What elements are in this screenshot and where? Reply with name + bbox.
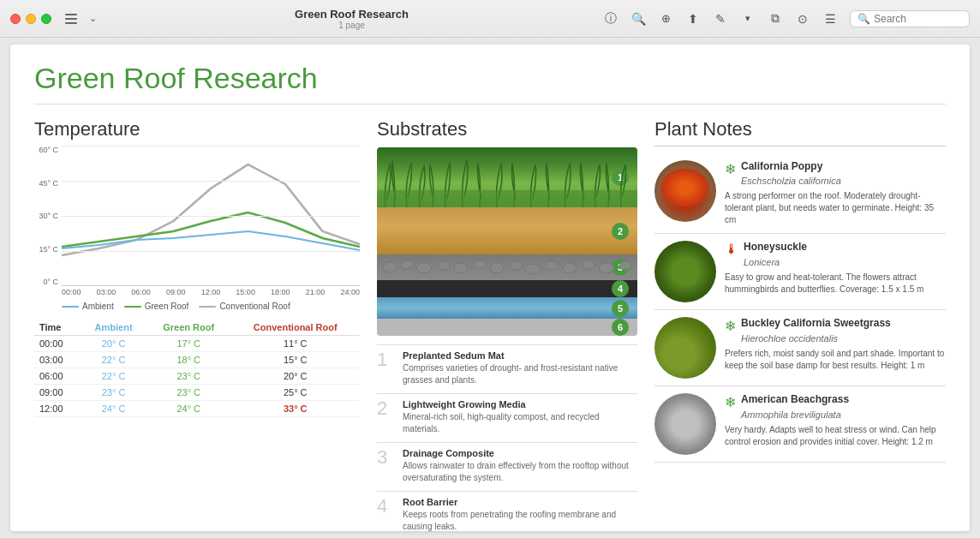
plant-description: Prefers rich, moist sandy soil and part … (725, 348, 946, 372)
substrate-list-item: 1 Preplanted Sedum Mat Comprises varieti… (377, 344, 637, 386)
y-axis: 0° C 15° C 30° C 45° C 60° C (34, 146, 58, 286)
ambient-cell: 20° C (81, 336, 146, 352)
chevron-down-icon[interactable]: ▾ (740, 11, 756, 27)
plant-photo (654, 241, 716, 302)
substrate-number: 2 (377, 399, 394, 435)
substrate-layer-2: 2 (377, 207, 637, 254)
col-header-conventional: Conventional Roof (231, 320, 361, 336)
svg-rect-0 (377, 190, 637, 207)
plant-name-block: American Beachgrass Ammophila breviligul… (741, 393, 849, 421)
conventional-legend-label: Conventional Roof (219, 302, 290, 311)
col-header-greenroof: Green Roof (146, 320, 231, 336)
greenroof-cell: 23° C (146, 385, 231, 401)
window-icon[interactable]: ⧉ (768, 11, 783, 27)
close-button[interactable] (10, 14, 21, 24)
table-row: 00:00 20° C 17° C 11° C (34, 336, 360, 352)
time-cell: 00:00 (34, 336, 81, 352)
y-label-60: 60° C (34, 146, 58, 154)
info-icon[interactable]: ⓘ (603, 11, 618, 27)
ambient-cell: 22° C (81, 352, 146, 368)
layer-badge-6: 6 (612, 319, 629, 336)
substrate-title: Root Barrier (403, 497, 637, 507)
substrates-section: Substrates (377, 118, 637, 531)
ambient-cell: 24° C (81, 401, 146, 417)
sidebar-toggle-button[interactable] (65, 11, 81, 27)
time-cell: 03:00 (34, 352, 81, 368)
plant-header: ❄ American Beachgrass Ammophila brevilig… (725, 393, 946, 421)
svg-point-1 (383, 262, 397, 272)
plant-icon: ❄ (725, 161, 736, 177)
substrate-list: 1 Preplanted Sedum Mat Comprises varieti… (377, 344, 637, 531)
substrate-desc: Comprises varieties of drought- and fros… (403, 362, 637, 386)
greenroof-legend-line (124, 306, 141, 308)
share-icon[interactable]: ⬆ (685, 11, 701, 27)
notes-icon[interactable]: ☰ (822, 11, 838, 27)
substrate-desc: Mineral-rich soil, high-quality compost,… (403, 411, 637, 435)
plant-header: ❄ California Poppy Eschscholzia californ… (725, 160, 946, 188)
plant-common-name: Honeysuckle (744, 241, 807, 253)
substrate-text: Lightweight Growing Media Mineral-rich s… (403, 399, 637, 435)
search-input[interactable] (874, 13, 959, 25)
substrate-desc: Allows rainwater to drain effectively fr… (403, 460, 637, 484)
plant-icon: ❄ (725, 394, 736, 410)
minimize-button[interactable] (26, 14, 36, 24)
plant-scientific-name: Ammophila breviligulata (741, 409, 841, 420)
legend-ambient: Ambient (62, 302, 114, 311)
table-row: 12:00 24° C 24° C 33° C (34, 401, 360, 417)
plant-item: ❄ American Beachgrass Ammophila brevilig… (654, 386, 946, 463)
ambient-cell: 22° C (81, 368, 146, 385)
substrate-title: Lightweight Growing Media (403, 399, 637, 409)
x-label: 03:00 (97, 288, 117, 296)
plant-description: A strong performer on the roof. Moderate… (725, 190, 946, 226)
conventional-cell: 11° C (231, 336, 361, 352)
x-label: 06:00 (131, 288, 151, 296)
maximize-button[interactable] (41, 14, 51, 24)
legend-greenroof: Green Roof (124, 302, 189, 311)
pen-icon[interactable]: ✎ (713, 11, 728, 27)
x-label: 00:00 (62, 288, 81, 296)
grass-svg (377, 147, 637, 207)
document-page-count: 1 page (338, 21, 365, 30)
substrate-layer-6: 6 (377, 319, 637, 336)
svg-point-5 (454, 263, 468, 273)
svg-point-13 (599, 263, 614, 273)
temperature-section: Temperature 0° C 15° C 30° C 45° C 60° C (34, 118, 360, 531)
zoom-in-icon[interactable]: ⊕ (658, 11, 673, 27)
time-cell: 12:00 (34, 401, 81, 417)
substrate-layer-1: 1 (377, 147, 637, 207)
substrate-list-item: 4 Root Barrier Keeps roots from penetrat… (377, 491, 637, 531)
plant-notes-section: Plant Notes ❄ California Poppy Eschschol… (654, 118, 946, 531)
plant-icon: 🌡 (725, 242, 738, 257)
toolbar-icons: ⓘ 🔍 ⊕ ⬆ ✎ ▾ ⧉ ⊙ ☰ 🔍 (603, 10, 970, 27)
plant-description: Easy to grow and heat-tolerant. The flow… (725, 272, 946, 296)
conventional-cell: 15° C (231, 352, 361, 368)
substrate-number: 4 (377, 497, 394, 531)
greenroof-legend-label: Green Roof (145, 302, 189, 311)
svg-point-2 (401, 260, 413, 269)
plant-name-block: California Poppy Eschscholzia californic… (741, 160, 841, 188)
temperature-heading: Temperature (34, 118, 360, 140)
greenroof-cell: 18° C (146, 352, 231, 368)
svg-point-9 (525, 264, 541, 274)
layer-badge-2: 2 (612, 223, 629, 240)
svg-point-3 (416, 263, 432, 273)
search-bar[interactable]: 🔍 (850, 10, 970, 27)
page-content: Green Roof Research Temperature 0° C 15°… (10, 45, 970, 531)
plant-name-block: Honeysuckle Lonicera (744, 241, 807, 268)
y-label-30: 30° C (34, 212, 58, 220)
gravel-svg (377, 254, 637, 280)
x-axis: 00:00 03:00 06:00 09:00 12:00 15:00 18:0… (62, 288, 360, 296)
person-icon[interactable]: ⊙ (795, 11, 810, 27)
substrate-title: Drainage Composite (403, 448, 637, 458)
document-title: Green Roof Research (295, 8, 409, 21)
substrate-number: 3 (377, 448, 394, 484)
chevron-down-icon[interactable]: ⌄ (89, 13, 97, 24)
conventional-cell: 20° C (231, 368, 361, 385)
col-header-time: Time (34, 320, 81, 336)
titlebar: ⌄ Green Roof Research 1 page ⓘ 🔍 ⊕ ⬆ ✎ ▾… (0, 0, 980, 38)
plant-list: ❄ California Poppy Eschscholzia californ… (654, 153, 946, 463)
substrate-text: Preplanted Sedum Mat Comprises varieties… (403, 350, 637, 386)
svg-point-10 (546, 261, 558, 270)
plant-name-block: Buckley California Sweetgrass Hierochloe… (741, 317, 891, 344)
zoom-out-icon[interactable]: 🔍 (630, 11, 646, 27)
